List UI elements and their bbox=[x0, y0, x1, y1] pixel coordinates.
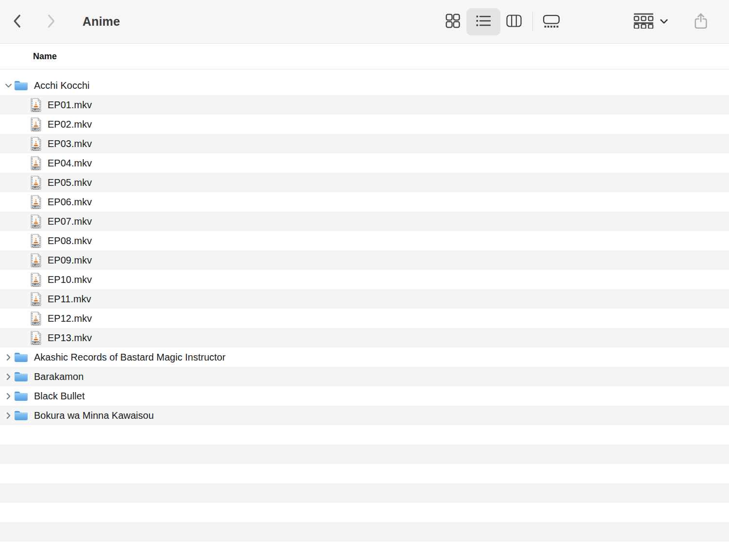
item-label: EP13.mkv bbox=[48, 332, 92, 344]
vlc-mkv-file-icon: MKV bbox=[30, 195, 42, 209]
item-label: EP01.mkv bbox=[48, 99, 92, 111]
vlc-mkv-file-icon: MKV bbox=[30, 137, 42, 151]
chevron-left-icon bbox=[12, 14, 21, 30]
folder-icon bbox=[14, 410, 28, 421]
list-view-button[interactable] bbox=[466, 8, 500, 35]
list-item-file[interactable]: MKV EP09.mkv bbox=[0, 250, 729, 270]
vlc-mkv-file-icon: MKV bbox=[30, 98, 42, 112]
list-item-folder[interactable]: Akashic Records of Bastard Magic Instruc… bbox=[0, 347, 729, 367]
svg-text:MKV: MKV bbox=[33, 342, 39, 344]
finder-window: Anime bbox=[0, 0, 729, 560]
svg-text:MKV: MKV bbox=[33, 283, 39, 286]
svg-text:MKV: MKV bbox=[33, 225, 39, 228]
list-item-file[interactable]: MKV EP02.mkv bbox=[0, 115, 729, 134]
vlc-mkv-file-icon: MKV bbox=[30, 117, 42, 132]
item-label: EP10.mkv bbox=[48, 274, 92, 285]
item-label: EP08.mkv bbox=[48, 235, 92, 247]
forward-button[interactable] bbox=[41, 10, 62, 33]
chevron-down-icon bbox=[660, 19, 668, 24]
vlc-mkv-file-icon: MKV bbox=[30, 214, 42, 229]
list-item-file[interactable]: MKV EP06.mkv bbox=[0, 192, 729, 212]
list-item-file[interactable]: MKV EP12.mkv bbox=[0, 309, 729, 328]
svg-text:MKV: MKV bbox=[33, 148, 39, 150]
svg-text:MKV: MKV bbox=[33, 109, 39, 111]
item-label: Black Bullet bbox=[34, 391, 85, 402]
vlc-mkv-file-icon: MKV bbox=[30, 273, 42, 287]
empty-row bbox=[0, 542, 729, 560]
list-item-folder[interactable]: Barakamon bbox=[0, 367, 729, 386]
svg-text:MKV: MKV bbox=[33, 167, 39, 169]
list-item-file[interactable]: MKV EP13.mkv bbox=[0, 328, 729, 347]
vlc-mkv-file-icon: MKV bbox=[30, 253, 42, 267]
file-list: Acchi Kocchi MKV EP01.mkv MKV EP02.mkv M… bbox=[0, 69, 729, 560]
list-item-folder[interactable]: Black Bullet bbox=[0, 386, 729, 406]
empty-row bbox=[0, 522, 729, 542]
disclosure-chevron-icon[interactable] bbox=[3, 373, 14, 380]
column-header-name[interactable]: Name bbox=[33, 51, 57, 62]
svg-text:MKV: MKV bbox=[33, 264, 39, 266]
empty-row bbox=[0, 464, 729, 483]
gallery-view-icon bbox=[543, 14, 560, 30]
list-view-icon bbox=[476, 14, 491, 29]
empty-row bbox=[0, 425, 729, 445]
vlc-mkv-file-icon: MKV bbox=[30, 176, 42, 190]
list-item-folder[interactable]: Bokura wa Minna Kawaisou bbox=[0, 406, 729, 425]
nav-controls: Anime bbox=[0, 10, 120, 33]
icon-view-button[interactable] bbox=[439, 8, 466, 35]
item-label: EP06.mkv bbox=[48, 197, 92, 208]
disclosure-chevron-icon[interactable] bbox=[3, 354, 14, 361]
group-by-icon bbox=[633, 13, 654, 30]
toolbar-tools bbox=[439, 8, 729, 35]
toolbar-divider bbox=[532, 12, 533, 32]
share-button[interactable] bbox=[687, 8, 714, 35]
item-label: EP04.mkv bbox=[48, 158, 92, 169]
svg-text:MKV: MKV bbox=[33, 128, 39, 131]
folder-icon bbox=[14, 352, 28, 363]
column-header-row: Name bbox=[0, 44, 729, 69]
item-label: EP12.mkv bbox=[48, 313, 92, 324]
item-label: EP05.mkv bbox=[48, 177, 92, 188]
item-label: EP11.mkv bbox=[48, 294, 91, 305]
svg-text:MKV: MKV bbox=[33, 245, 39, 247]
item-label: EP09.mkv bbox=[48, 255, 92, 266]
list-item-file[interactable]: MKV EP03.mkv bbox=[0, 134, 729, 153]
grid-view-icon bbox=[446, 14, 460, 30]
list-item-folder[interactable]: Acchi Kocchi bbox=[0, 76, 729, 95]
disclosure-chevron-icon[interactable] bbox=[3, 82, 14, 89]
list-item-file[interactable]: MKV EP04.mkv bbox=[0, 153, 729, 173]
item-label: Acchi Kocchi bbox=[34, 80, 90, 91]
svg-text:MKV: MKV bbox=[33, 186, 39, 189]
disclosure-chevron-icon[interactable] bbox=[3, 412, 14, 419]
empty-row bbox=[0, 445, 729, 464]
chevron-right-icon bbox=[47, 14, 56, 30]
list-item-file[interactable]: MKV EP05.mkv bbox=[0, 173, 729, 192]
svg-text:MKV: MKV bbox=[33, 303, 39, 305]
empty-row bbox=[0, 503, 729, 522]
vlc-mkv-file-icon: MKV bbox=[30, 156, 42, 170]
empty-row bbox=[0, 483, 729, 503]
column-view-button[interactable] bbox=[500, 8, 528, 35]
list-item-file[interactable]: MKV EP11.mkv bbox=[0, 289, 729, 309]
group-by-control bbox=[632, 8, 668, 35]
item-label: EP02.mkv bbox=[48, 119, 92, 130]
list-item-file[interactable]: MKV EP08.mkv bbox=[0, 231, 729, 250]
list-item-file[interactable]: MKV EP01.mkv bbox=[0, 95, 729, 115]
window-title: Anime bbox=[83, 15, 120, 29]
vlc-mkv-file-icon: MKV bbox=[30, 292, 42, 306]
toolbar: Anime bbox=[0, 0, 729, 44]
folder-icon bbox=[14, 80, 28, 91]
item-label: EP03.mkv bbox=[48, 138, 92, 149]
vlc-mkv-file-icon: MKV bbox=[30, 331, 42, 345]
vlc-mkv-file-icon: MKV bbox=[30, 234, 42, 248]
list-item-file[interactable]: MKV EP10.mkv bbox=[0, 270, 729, 289]
item-label: Bokura wa Minna Kawaisou bbox=[34, 410, 154, 421]
group-by-button[interactable] bbox=[632, 8, 655, 35]
svg-text:MKV: MKV bbox=[33, 322, 39, 325]
column-view-icon bbox=[506, 14, 522, 29]
gallery-view-button[interactable] bbox=[538, 8, 565, 35]
disclosure-chevron-icon[interactable] bbox=[3, 393, 14, 400]
list-item-file[interactable]: MKV EP07.mkv bbox=[0, 212, 729, 231]
folder-icon bbox=[14, 391, 28, 402]
vlc-mkv-file-icon: MKV bbox=[30, 312, 42, 326]
back-button[interactable] bbox=[6, 10, 27, 33]
